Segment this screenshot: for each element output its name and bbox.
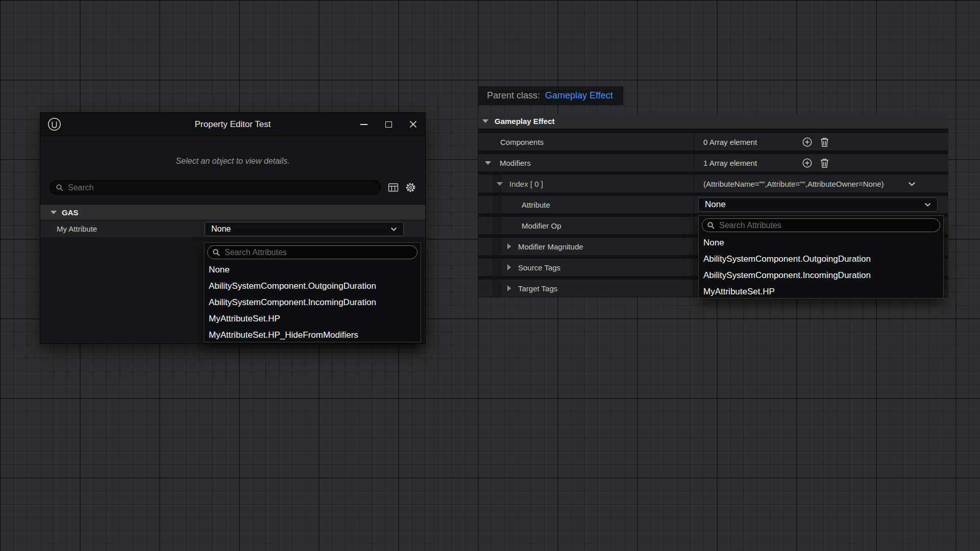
clear-array-button[interactable]: [820, 137, 829, 147]
minimize-button[interactable]: [352, 113, 376, 136]
row-components: Components 0 Array element: [478, 133, 948, 151]
row-name-cell: Target Tags: [478, 280, 694, 297]
dropdown-item-incoming-duration[interactable]: AbilitySystemComponent.IncomingDuration: [204, 294, 421, 311]
array-count-text: 0 Array element: [703, 138, 802, 146]
chevron-down-icon: [924, 203, 931, 207]
details-toolbar: [50, 180, 416, 195]
view-options-button[interactable]: [405, 182, 416, 193]
table-icon: [388, 183, 399, 192]
category-header-gas[interactable]: GAS: [40, 204, 425, 220]
parent-class-bar: Parent class: Gameplay Effect: [478, 86, 623, 105]
expander-down-icon[interactable]: [482, 119, 488, 123]
dropdown-item-hp[interactable]: MyAttributeSet.HP: [699, 284, 943, 300]
dropdown-item-none[interactable]: None: [699, 235, 943, 251]
dropdown-item-hp[interactable]: MyAttributeSet.HP: [204, 311, 421, 327]
search-icon: [707, 221, 715, 230]
dropdown-item-none[interactable]: None: [204, 262, 421, 278]
plus-circle-icon: [802, 158, 813, 168]
row-name-cell: Modifiers: [478, 154, 694, 171]
search-icon: [56, 184, 64, 192]
array-count-text: 1 Array element: [703, 159, 802, 167]
add-array-element-button[interactable]: [802, 158, 813, 168]
row-label: Index [ 0 ]: [509, 180, 543, 188]
dropdown-item-outgoing-duration[interactable]: AbilitySystemComponent.OutgoingDuration: [699, 251, 943, 267]
dropdown-search-input[interactable]: [719, 221, 935, 230]
row-label: Modifiers: [500, 159, 531, 167]
maximize-button[interactable]: [376, 113, 401, 136]
row-label: Target Tags: [518, 284, 557, 293]
expander-down-icon[interactable]: [497, 182, 503, 186]
row-name-cell: Source Tags: [478, 259, 694, 276]
trash-icon: [820, 137, 829, 147]
property-label: My Attribute: [57, 224, 97, 233]
combo-selected-value: None: [211, 224, 231, 234]
expander-right-icon[interactable]: [507, 264, 511, 270]
struct-summary-text: (AttributeName="",Attribute="",Attribute…: [703, 180, 884, 188]
category-header-gameplay-effect[interactable]: Gameplay Effect: [478, 114, 948, 129]
plus-circle-icon: [802, 137, 813, 147]
row-label: Components: [500, 138, 544, 146]
expander-right-icon[interactable]: [507, 285, 511, 291]
window-titlebar[interactable]: Property Editor Test: [40, 113, 425, 136]
dropdown-search-box[interactable]: [207, 245, 418, 259]
window-controls: [352, 113, 425, 136]
close-icon: [409, 120, 417, 128]
dropdown-item-incoming-duration[interactable]: AbilitySystemComponent.IncomingDuration: [699, 267, 943, 284]
row-label: Modifier Magnitude: [518, 242, 583, 251]
details-search-box[interactable]: [50, 180, 381, 195]
property-value-cell: None: [202, 220, 425, 237]
row-name-cell: Attribute: [478, 196, 694, 213]
row-label: Modifier Op: [522, 221, 561, 230]
row-value-cell: None: [694, 196, 948, 213]
expander-down-icon[interactable]: [51, 211, 57, 214]
row-name-cell: Modifier Op: [478, 217, 694, 234]
my-attribute-combobox[interactable]: None: [205, 222, 404, 236]
search-icon: [212, 248, 220, 257]
row-value-cell: (AttributeName="",Attribute="",Attribute…: [694, 175, 948, 192]
parent-class-link[interactable]: Gameplay Effect: [545, 90, 613, 101]
minimize-icon: [360, 124, 368, 125]
combo-selected-value: None: [705, 199, 726, 210]
row-name-cell: Modifier Magnitude: [478, 238, 694, 255]
row-attribute: Attribute None: [478, 196, 948, 213]
row-label: Source Tags: [518, 263, 560, 272]
chevron-down-icon: [390, 227, 397, 231]
dropdown-search-input[interactable]: [225, 248, 412, 257]
close-button[interactable]: [401, 113, 425, 136]
chevron-down-icon: [908, 182, 916, 186]
details-hint-text: Select an object to view details.: [40, 157, 425, 166]
property-name-cell: My Attribute: [40, 220, 202, 237]
add-array-element-button[interactable]: [802, 137, 813, 147]
dropdown-search-box[interactable]: [702, 218, 940, 232]
attribute-dropdown-menu: None AbilitySystemComponent.OutgoingDura…: [698, 215, 944, 298]
property-row-my-attribute: My Attribute None: [40, 220, 425, 238]
expander-down-icon[interactable]: [485, 161, 491, 165]
row-modifiers: Modifiers 1 Array element: [478, 154, 948, 171]
row-value-cell: 0 Array element: [694, 133, 948, 151]
row-label: Attribute: [522, 201, 550, 209]
parent-class-label: Parent class:: [487, 90, 540, 101]
unreal-logo-icon: [47, 117, 61, 131]
search-input[interactable]: [68, 183, 375, 192]
row-value-cell: 1 Array element: [694, 154, 948, 171]
property-editor-window: Property Editor Test Select an object to…: [40, 112, 426, 344]
category-label: GAS: [62, 208, 79, 217]
dropdown-item-outgoing-duration[interactable]: AbilitySystemComponent.OutgoingDuration: [204, 278, 421, 294]
attribute-combobox[interactable]: None: [698, 197, 938, 212]
details-panel: Gameplay Effect Components 0 Array eleme…: [478, 114, 948, 297]
gear-icon: [405, 182, 416, 193]
category-label: Gameplay Effect: [495, 117, 555, 126]
trash-icon: [820, 158, 829, 168]
row-name-cell: Index [ 0 ]: [478, 175, 694, 192]
clear-array-button[interactable]: [820, 158, 829, 168]
row-index-0: Index [ 0 ] (AttributeName="",Attribute=…: [478, 175, 948, 192]
property-matrix-button[interactable]: [388, 183, 399, 192]
maximize-icon: [385, 121, 392, 128]
row-name-cell: Components: [478, 133, 694, 151]
struct-expand-chevron[interactable]: [908, 182, 916, 186]
expander-right-icon[interactable]: [507, 243, 511, 249]
dropdown-item-hp-hide-from-modifiers[interactable]: MyAttributeSet.HP_HideFromModifiers: [204, 327, 421, 343]
attribute-dropdown-menu: None AbilitySystemComponent.OutgoingDura…: [204, 242, 421, 342]
